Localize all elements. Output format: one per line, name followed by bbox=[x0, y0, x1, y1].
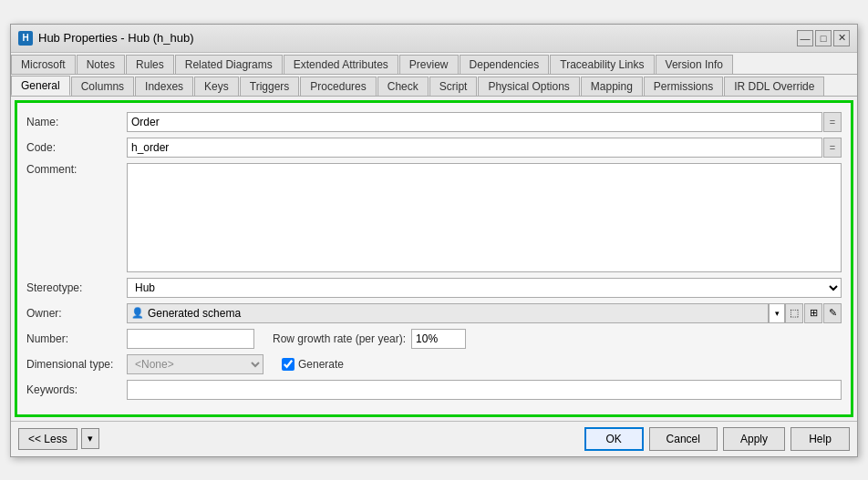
title-bar-left: H Hub Properties - Hub (h_hub) bbox=[18, 31, 194, 46]
tab-triggers[interactable]: Triggers bbox=[240, 77, 300, 96]
code-input[interactable] bbox=[127, 138, 822, 158]
hub-properties-window: H Hub Properties - Hub (h_hub) — □ ✕ Mic… bbox=[10, 24, 858, 457]
stereotype-select[interactable]: Hub bbox=[127, 278, 842, 298]
bottom-bar: << Less ▾ OK Cancel Apply Help bbox=[11, 421, 857, 456]
title-buttons: — □ ✕ bbox=[797, 30, 850, 46]
window-title: Hub Properties - Hub (h_hub) bbox=[38, 31, 194, 45]
name-label: Name: bbox=[26, 116, 127, 128]
name-input[interactable] bbox=[127, 112, 822, 132]
close-button[interactable]: ✕ bbox=[833, 30, 850, 46]
owner-dropdown-button[interactable]: ▾ bbox=[769, 303, 785, 323]
tab-script[interactable]: Script bbox=[429, 77, 478, 96]
code-row: Code: = bbox=[26, 138, 842, 158]
code-edit-button[interactable]: = bbox=[823, 138, 842, 158]
less-button[interactable]: << Less bbox=[18, 428, 78, 450]
name-edit-button[interactable]: = bbox=[823, 112, 842, 132]
owner-action-buttons: ⬚ ⊞ ✎ bbox=[785, 303, 842, 323]
window-icon: H bbox=[18, 31, 33, 46]
ok-button[interactable]: OK bbox=[584, 427, 644, 451]
dimensional-row: Dimensional type: <None> Generate bbox=[26, 354, 842, 374]
number-label: Number: bbox=[26, 332, 127, 345]
tab-keys[interactable]: Keys bbox=[194, 77, 239, 96]
tab-general[interactable]: General bbox=[11, 76, 70, 96]
title-bar: H Hub Properties - Hub (h_hub) — □ ✕ bbox=[11, 25, 857, 53]
tab-row-1: Microsoft Notes Rules Related Diagrams E… bbox=[11, 53, 857, 75]
general-tab-content: Name: = Code: = Comment: Stereotype: Hub… bbox=[15, 100, 853, 417]
owner-row: Owner: 👤 Generated schema ▾ ⬚ ⊞ ✎ bbox=[26, 303, 842, 323]
comment-row: Comment: bbox=[26, 163, 842, 272]
owner-new-button[interactable]: ✎ bbox=[823, 303, 842, 323]
restore-button[interactable]: □ bbox=[815, 30, 832, 46]
tab-dependencies[interactable]: Dependencies bbox=[460, 55, 550, 74]
tab-physical-options[interactable]: Physical Options bbox=[478, 77, 579, 96]
generate-label-container: Generate bbox=[282, 358, 344, 371]
tab-procedures[interactable]: Procedures bbox=[300, 77, 376, 96]
owner-field: 👤 Generated schema bbox=[127, 303, 769, 323]
bottom-right-controls: OK Cancel Apply Help bbox=[584, 427, 850, 451]
name-row: Name: = bbox=[26, 112, 842, 132]
tab-preview[interactable]: Preview bbox=[399, 55, 459, 74]
dimensional-select[interactable]: <None> bbox=[127, 354, 264, 374]
tab-columns[interactable]: Columns bbox=[71, 77, 134, 96]
number-row: Number: Row growth rate (per year): bbox=[26, 329, 842, 349]
owner-label: Owner: bbox=[26, 307, 127, 320]
tab-extended-attributes[interactable]: Extended Attributes bbox=[284, 55, 398, 74]
cancel-button[interactable]: Cancel bbox=[649, 427, 718, 451]
owner-properties-button[interactable]: ⊞ bbox=[804, 303, 822, 323]
tab-ir-ddl-override[interactable]: IR DDL Override bbox=[724, 77, 824, 96]
bottom-left-controls: << Less ▾ bbox=[18, 428, 99, 450]
keywords-label: Keywords: bbox=[26, 383, 127, 396]
tab-indexes[interactable]: Indexes bbox=[135, 77, 193, 96]
growth-rate-input[interactable] bbox=[411, 329, 466, 349]
dimensional-label: Dimensional type: bbox=[26, 358, 127, 371]
tab-check[interactable]: Check bbox=[377, 77, 429, 96]
tab-mapping[interactable]: Mapping bbox=[581, 77, 643, 96]
tab-microsoft[interactable]: Microsoft bbox=[11, 55, 76, 74]
tab-permissions[interactable]: Permissions bbox=[644, 77, 723, 96]
help-button[interactable]: Help bbox=[790, 427, 850, 451]
tab-notes[interactable]: Notes bbox=[77, 55, 125, 74]
tab-related-diagrams[interactable]: Related Diagrams bbox=[175, 55, 283, 74]
tab-traceability-links[interactable]: Traceability Links bbox=[550, 55, 654, 74]
keywords-row: Keywords: bbox=[26, 380, 842, 400]
owner-browse-button[interactable]: ⬚ bbox=[785, 303, 803, 323]
tab-rules[interactable]: Rules bbox=[126, 55, 174, 74]
bottom-dropdown-button[interactable]: ▾ bbox=[81, 428, 99, 449]
comment-textarea[interactable] bbox=[127, 163, 842, 272]
growth-rate-label: Row growth rate (per year): bbox=[273, 332, 406, 345]
generate-text: Generate bbox=[298, 358, 344, 371]
stereotype-label: Stereotype: bbox=[26, 281, 127, 294]
owner-person-icon: 👤 bbox=[131, 307, 144, 319]
stereotype-row: Stereotype: Hub bbox=[26, 278, 842, 298]
minimize-button[interactable]: — bbox=[797, 30, 813, 46]
tab-version-info[interactable]: Version Info bbox=[656, 55, 733, 74]
number-input[interactable] bbox=[127, 329, 254, 349]
comment-label: Comment: bbox=[26, 163, 127, 176]
generate-checkbox[interactable] bbox=[282, 358, 294, 371]
tab-row-2: General Columns Indexes Keys Triggers Pr… bbox=[11, 75, 857, 97]
owner-value-text: Generated schema bbox=[148, 307, 241, 320]
apply-button[interactable]: Apply bbox=[723, 427, 785, 451]
keywords-input[interactable] bbox=[127, 380, 842, 400]
code-label: Code: bbox=[26, 141, 127, 154]
